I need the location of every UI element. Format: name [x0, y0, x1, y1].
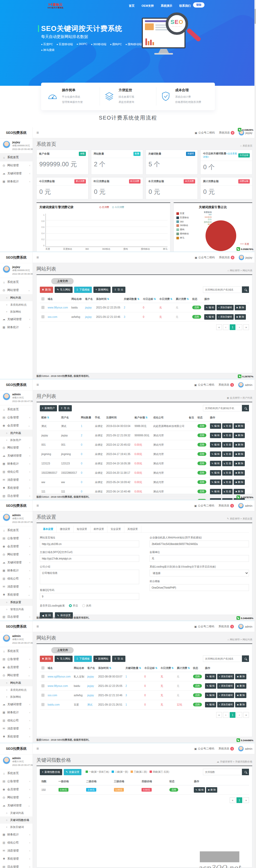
qr-code-button[interactable]: ▣公众号二维码	[194, 504, 214, 507]
topbar-user[interactable]: admin	[238, 382, 252, 388]
pie-legend-item[interactable]: 百度	[176, 212, 193, 215]
qr-code-button[interactable]: ▣公众号二维码	[195, 131, 215, 135]
pie-legend-item[interactable]: 神马	[176, 237, 193, 240]
sidebar-item-finance[interactable]: ▦财务统计‹	[0, 831, 32, 839]
row-op-trash[interactable]: ✖删 除	[235, 702, 246, 707]
radio-icon[interactable]	[69, 604, 72, 607]
row-op-edit[interactable]: ✎编 辑	[194, 787, 205, 793]
sidebar-item-finance[interactable]: ▦财务统计‹	[0, 178, 32, 186]
row-op-trash[interactable]: ✖删 除	[234, 461, 245, 466]
cell-value[interactable]: 2	[125, 684, 127, 687]
page-button[interactable]: «	[230, 797, 235, 803]
row-op-edit[interactable]: ✎编 辑	[210, 479, 221, 485]
sidebar-item-company[interactable]: ▥优化公司‹	[0, 468, 32, 476]
tab-other[interactable]: 短信设置	[74, 526, 90, 532]
row-op-edit[interactable]: ✎编 辑	[210, 442, 221, 447]
sidebar-item-home[interactable]: ⌂系统首页	[0, 769, 32, 777]
scrollbar-thumb[interactable]	[254, 9, 256, 24]
field-textarea[interactable]	[40, 570, 139, 584]
row-op-trash[interactable]: ✖删 除	[234, 470, 245, 475]
row-op-trash[interactable]: ✖删 除	[234, 433, 245, 438]
sidebar-item-finance[interactable]: ▦财务统计‹	[0, 566, 32, 575]
cell-value[interactable]: 2	[81, 434, 83, 437]
sidebar-subitem[interactable]: +添加用户	[0, 437, 32, 444]
toolbar-edit-button[interactable]: ✎批量设置	[64, 769, 81, 775]
sidebar-item-gear[interactable]: ✱系统管理‹	[0, 733, 32, 741]
sidebar-item-company[interactable]: ▥优化公司‹	[0, 575, 32, 583]
sidebar-item-home[interactable]: ⌂系统首页	[0, 647, 32, 655]
sort-icon[interactable]: ⇅	[154, 298, 156, 301]
cell-value[interactable]: sss.com	[48, 694, 57, 697]
tab-other[interactable]: 邮件设置	[90, 526, 108, 532]
page-button[interactable]: ›	[236, 324, 242, 330]
radio-option[interactable]: 关闭	[82, 604, 91, 608]
sidebar-item-home[interactable]: ⌂系统首页	[0, 405, 32, 413]
sidebar-item-finance[interactable]: ▦财务统计‹	[0, 708, 32, 716]
sort-icon[interactable]: ⇅	[170, 298, 172, 301]
pie-legend-item[interactable]: 搜狗移动	[176, 232, 193, 236]
row-op-plus[interactable]: +添加关键词	[217, 314, 233, 320]
sidebar-item-notice[interactable]: ▤公告管理‹	[0, 655, 32, 663]
search-button[interactable]	[242, 769, 249, 775]
sidebar-item-site[interactable]: ◎网站管理⌄	[0, 286, 32, 294]
row-op-edit[interactable]: ✎编 辑	[205, 683, 216, 689]
sidebar-item-mail[interactable]: ✉消息管理‹	[0, 583, 32, 591]
nav-item-contact[interactable]: 联系我们	[179, 4, 191, 8]
search-button[interactable]	[242, 655, 249, 662]
row-op-money[interactable]: ¥充 值	[222, 489, 233, 494]
page-button[interactable]: «	[216, 324, 222, 330]
sort-icon[interactable]: ⇅	[107, 298, 109, 301]
qr-code-button[interactable]: ▣公众号二维码	[194, 747, 214, 750]
sidebar-item-cloud[interactable]: ☁关键词管理‹	[0, 169, 32, 178]
hamburger-icon[interactable]: ≡	[36, 503, 39, 508]
sort-icon[interactable]: ⇅	[139, 666, 141, 670]
page-button[interactable]: 1	[236, 797, 242, 803]
sidebar-item-notice[interactable]: ▤公告管理‹	[0, 534, 32, 542]
sidebar-item-cloud[interactable]: ☁关键词管理⌄	[0, 802, 32, 809]
row-op-edit[interactable]: ✎编 辑	[210, 498, 221, 500]
row-checkbox[interactable]	[41, 315, 45, 318]
toolbar-export-button[interactable]: ⇧导 出	[112, 656, 125, 662]
sidebar-subitem[interactable]: +添加关键词	[0, 824, 32, 831]
sidebar-subitem[interactable]: ○未优化的站点	[0, 686, 32, 693]
cell-value[interactable]: jayjay	[87, 675, 94, 678]
hamburger-icon[interactable]: ≡	[36, 382, 39, 387]
search-input[interactable]	[203, 405, 242, 411]
row-op-money[interactable]: ¥充 值	[222, 423, 233, 429]
pie-legend-item[interactable]: 百度移动	[176, 216, 193, 219]
sort-icon[interactable]: ⇅	[188, 666, 190, 670]
hamburger-icon[interactable]: ≡	[36, 746, 39, 751]
row-op-trash[interactable]: ✖删 除	[234, 479, 245, 485]
sidebar-item-home[interactable]: ⌂系统首页	[0, 153, 32, 161]
sidebar-subitem[interactable]: ○关键词指数价格	[0, 816, 32, 824]
row-op-trash[interactable]: ✖删 除	[234, 442, 245, 447]
page-button[interactable]: »	[243, 797, 249, 803]
sidebar-item-finance[interactable]: ▦财务统计‹	[0, 323, 32, 331]
row-op-plus[interactable]: +添加关键词	[217, 683, 234, 689]
cell-value[interactable]: 1	[125, 703, 127, 706]
search-input[interactable]	[203, 769, 242, 775]
row-op-money[interactable]: ¥充 值	[222, 442, 233, 447]
sidebar-item-site[interactable]: ◎网站管理‹	[0, 444, 32, 452]
cell-value[interactable]: 测试	[87, 703, 92, 706]
row-op-trash[interactable]: ✖删 除	[235, 683, 246, 689]
row-op-edit[interactable]: ✎编 辑	[210, 489, 221, 494]
sidebar-item-log[interactable]: ▧日志管理‹	[0, 492, 32, 500]
cell-value[interactable]: 0	[81, 443, 83, 446]
system-message-button[interactable]: 系统消息1	[218, 504, 234, 507]
select-all-checkbox[interactable]	[41, 297, 45, 301]
sidebar-item-cloud[interactable]: ☁关键词管理‹	[0, 701, 32, 708]
sidebar-item-log[interactable]: ▧日志管理‹	[0, 741, 32, 743]
cell-value[interactable]: 0	[81, 490, 83, 493]
nav-item-home[interactable]: 首页	[129, 4, 135, 8]
cell-value[interactable]: sss.com	[48, 315, 57, 318]
topbar-user[interactable]: admin	[238, 624, 252, 629]
cell-value[interactable]: www.sg99youx.com	[48, 675, 70, 678]
row-op-money[interactable]: ¥充 值	[222, 452, 233, 457]
sidebar-subitem[interactable]: ○系统设置	[0, 599, 32, 606]
qr-code-button[interactable]: ▣公众号二维码	[194, 625, 214, 628]
search-input[interactable]	[203, 655, 242, 662]
login-button[interactable]: 登陆	[193, 2, 204, 7]
qr-code-button[interactable]: ▣公众号二维码	[194, 383, 214, 387]
row-checkbox[interactable]	[41, 684, 45, 687]
